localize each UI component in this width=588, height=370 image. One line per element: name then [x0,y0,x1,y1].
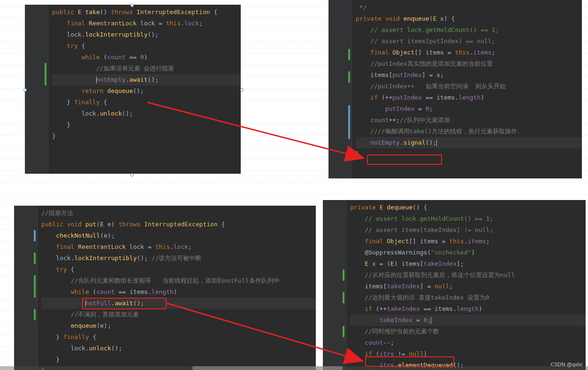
selection-handle[interactable] [130,173,134,177]
code-take: public E take() throws InterruptedExcept… [25,5,241,142]
code-panel-dequeue: private E dequeue() { // assert lock.get… [323,200,586,370]
scrollbar-thumb[interactable] [192,366,343,370]
highlight-box-notfull-signal [365,356,454,367]
code-dequeue: private E dequeue() { // assert lock.get… [323,200,586,370]
code-put: //阻塞方法public void put(E e) throws Interr… [14,206,316,370]
watermark: CSDN @qxlxi [551,362,582,367]
highlight-box-notfull-await [82,298,167,309]
code-panel-put: //阻塞方法public void put(E e) throws Interr… [14,206,316,370]
code-enqueue: */private void enqueue(E x) { // assert … [328,0,582,160]
selection-handle[interactable] [240,88,244,92]
selection-handle[interactable] [130,4,134,7]
code-panel-take: public E take() throws InterruptedExcept… [25,5,241,174]
selection-handle[interactable] [23,88,27,92]
highlight-box-notempty-signal [367,154,442,165]
horizontal-scrollbar[interactable] [0,366,588,370]
code-panel-enqueue: */private void enqueue(E x) { // assert … [328,0,582,178]
